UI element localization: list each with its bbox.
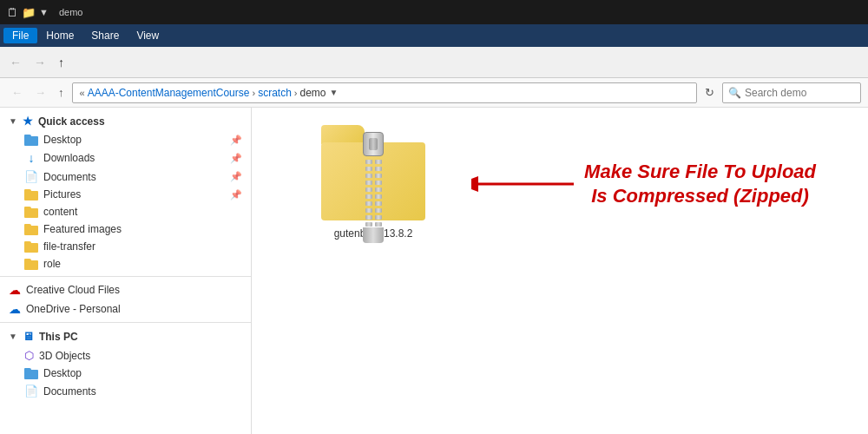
sidebar-item-pc-desktop[interactable]: Desktop [0,365,251,382]
creative-cloud-icon: ☁ [9,283,21,297]
folder-body [321,142,425,220]
search-box: 🔍 [722,82,861,103]
arrow-svg [471,171,575,197]
sidebar-item-pc-desktop-label: Desktop [43,367,82,379]
up-button[interactable]: ↑ [54,53,69,72]
file-icon: 🗒 [7,6,18,19]
quick-access-label: Quick access [38,115,105,128]
folder-featured-icon [24,224,38,235]
title-bar: 🗒 📁 ▼ demo [0,0,868,24]
search-icon: 🔍 [728,87,741,99]
sidebar-section-quick-access[interactable]: ▼ ★ Quick access [0,111,251,131]
path-segment-scratch[interactable]: scratch [258,87,292,99]
sidebar-item-documents-label: Documents [43,171,96,183]
path-dropdown-button[interactable]: ▼ [330,88,339,97]
zipper-bottom [363,227,384,243]
folder-content-icon [24,207,38,218]
sidebar-item-pictures[interactable]: Pictures 📌 [0,186,251,203]
sidebar-item-content[interactable]: content [0,203,251,220]
toolbar: ← → ↑ [0,47,868,78]
sidebar-item-pictures-label: Pictures [43,188,81,201]
sidebar-item-file-transfer-label: file-transfer [43,240,95,253]
sidebar: ▼ ★ Quick access Desktop 📌 ↓ Downloads 📌… [0,108,252,434]
sidebar-item-file-transfer[interactable]: file-transfer [0,238,251,255]
folder-transfer-icon [24,241,38,253]
refresh-button[interactable]: ↻ [700,83,719,102]
sidebar-item-creative-cloud[interactable]: ☁ Creative Cloud Files [0,280,251,299]
folder-blue-icon [24,135,38,146]
menu-share[interactable]: Share [82,28,128,43]
sidebar-section-this-pc[interactable]: ▼ 🖥 This PC [0,326,251,346]
zipper-pull [363,132,384,156]
folder-icon: 📁 [22,6,36,19]
path-segment-current: demo [300,87,326,99]
forward-button[interactable]: → [30,53,50,72]
menu-bar: File Home Share View [0,24,868,47]
sidebar-item-downloads-label: Downloads [43,152,95,164]
onedrive-icon: ☁ [9,302,21,316]
addr-up-button[interactable]: ↑ [54,83,69,102]
sidebar-item-3d-label: 3D Objects [39,350,90,362]
zip-folder-icon [321,125,425,220]
annotation-text: Make Sure File To UploadIs Compressed (Z… [584,160,816,207]
sidebar-divider-1 [0,276,251,277]
path-segment-root[interactable]: AAAA-ContentManagementCourse [88,87,250,99]
pin-icon-desktop: 📌 [230,135,242,146]
pin-icon: ▼ [39,7,49,17]
title-bar-icons: 🗒 📁 ▼ [7,6,49,19]
addr-back-button[interactable]: ← [7,83,27,102]
pin-icon-pictures: 📌 [230,189,242,201]
sidebar-item-downloads[interactable]: ↓ Downloads 📌 [0,148,251,168]
sidebar-item-3d-objects[interactable]: ⬡ 3D Objects [0,346,251,365]
sidebar-item-featured-images[interactable]: Featured images [0,220,251,238]
window-title: demo [59,7,83,17]
document-icon: 📄 [24,170,38,183]
content-area: gutenberg.13.8.2 Make Sure File To Uploa… [252,108,868,434]
sidebar-item-onedrive[interactable]: ☁ OneDrive - Personal [0,299,251,319]
folder-role-icon [24,259,38,270]
zipper-teeth [365,158,382,227]
menu-home[interactable]: Home [37,28,82,43]
quick-access-star-icon: ★ [23,115,33,128]
search-input[interactable] [745,87,855,99]
doc-pc-icon: 📄 [24,385,38,398]
pin-icon-documents: 📌 [230,171,242,182]
pc-icon: 🖥 [23,330,34,343]
chevron-this-pc-icon: ▼ [9,332,17,341]
sidebar-divider-2 [0,322,251,323]
sidebar-item-documents[interactable]: 📄 Documents 📌 [0,168,251,186]
sidebar-item-role[interactable]: role [0,255,251,273]
folder-blue-pc-icon [24,368,38,379]
back-button[interactable]: ← [5,53,26,72]
menu-file[interactable]: File [3,28,37,43]
sidebar-item-featured-images-label: Featured images [43,223,122,235]
3d-icon: ⬡ [24,349,34,362]
address-path-box[interactable]: « AAAA-ContentManagementCourse › scratch… [72,82,698,103]
sidebar-item-desktop-label: Desktop [43,134,82,146]
main-layout: ▼ ★ Quick access Desktop 📌 ↓ Downloads 📌… [0,108,868,434]
pin-icon-downloads: 📌 [230,153,242,164]
download-icon: ↓ [24,151,38,165]
addr-forward-button[interactable]: → [30,83,50,102]
sidebar-item-pc-documents[interactable]: 📄 Documents [0,382,251,400]
annotation-container: Make Sure File To UploadIs Compressed (Z… [471,160,816,207]
sidebar-item-creative-cloud-label: Creative Cloud Files [26,284,120,296]
folder-yellow-icon [24,189,38,201]
zip-folder-container[interactable]: gutenberg.13.8.2 [321,125,425,240]
folder-tab [321,125,365,144]
menu-view[interactable]: View [128,28,168,43]
annotation-arrow [471,171,575,197]
sidebar-item-role-label: role [43,258,61,270]
address-bar: ← → ↑ « AAAA-ContentManagementCourse › s… [0,78,868,108]
sidebar-item-desktop[interactable]: Desktop 📌 [0,131,251,148]
chevron-down-icon: ▼ [9,116,17,126]
sidebar-item-onedrive-label: OneDrive - Personal [26,303,121,315]
sidebar-item-pc-documents-label: Documents [43,385,96,398]
this-pc-label: This PC [39,331,78,343]
sidebar-item-content-label: content [43,206,77,218]
